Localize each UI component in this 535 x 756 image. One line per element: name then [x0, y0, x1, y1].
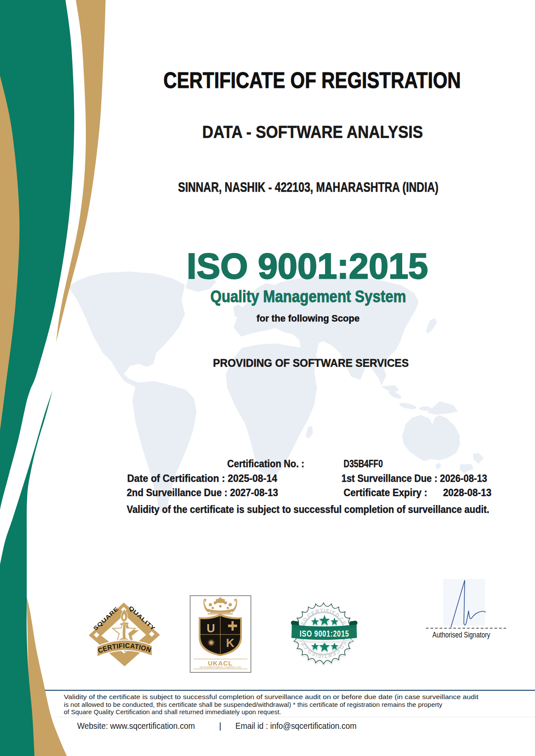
- svg-text:is not allowed to be conducted: is not allowed to be conducted, this cer…: [64, 701, 443, 708]
- svg-text:ISO 9001:2015: ISO 9001:2015: [300, 629, 349, 638]
- svg-text:of Square Quality Certificatio: of Square Quality Certification and shal…: [64, 709, 281, 715]
- svg-text:Email id : info@sqcertificatio: Email id : info@sqcertification.com: [235, 721, 357, 731]
- svg-text:Validity of the certificate is: Validity of the certificate is subject t…: [64, 694, 479, 700]
- svg-text:Certification No. :: Certification No. :: [227, 458, 304, 469]
- svg-text:PROVIDING OF SOFTWARE SERVICES: PROVIDING OF SOFTWARE SERVICES: [213, 356, 409, 369]
- svg-text:Certificate Expiry : 2028: Certificate Expiry : 2028-08-13: [344, 487, 491, 498]
- svg-text:for the following Scope: for the following Scope: [257, 313, 360, 324]
- svg-text:CERTIFICATE OF REGISTRATION: CERTIFICATE OF REGISTRATION: [163, 68, 461, 93]
- svg-text:Authorised Signatory: Authorised Signatory: [432, 631, 490, 639]
- svg-text:DATA - SOFTWARE ANALYSIS: DATA - SOFTWARE ANALYSIS: [202, 122, 423, 142]
- svg-text:2nd Surveillance Due : 2027-0: 2nd Surveillance Due : 2027-08-13: [127, 487, 278, 498]
- svg-text:Quality Management System: Quality Management System: [210, 287, 406, 306]
- svg-text:Validity of the certificate is: Validity of the certificate is subject t…: [127, 504, 489, 515]
- svg-text:Date of Certification : 2025-: Date of Certification : 2025-08-14: [127, 473, 277, 484]
- svg-text:U: U: [206, 622, 215, 635]
- svg-text:UK ACKREDITERING COMPANY LTD: UK ACKREDITERING COMPANY LTD: [200, 666, 241, 669]
- svg-text:Website: www.sqcertification.c: Website: www.sqcertification.com: [77, 721, 195, 731]
- svg-text:ISO 9001:2015: ISO 9001:2015: [187, 246, 428, 286]
- svg-text:SINNAR, NASHIK - 422103, MAHAR: SINNAR, NASHIK - 422103, MAHARASHTRA (IN…: [178, 180, 438, 195]
- svg-text:|: |: [219, 721, 221, 731]
- svg-text:D35B4FF0: D35B4FF0: [344, 458, 383, 469]
- svg-text:K: K: [226, 637, 235, 650]
- svg-text:1st Surveillance Due : 2026-0: 1st Surveillance Due : 2026-08-13: [341, 473, 487, 484]
